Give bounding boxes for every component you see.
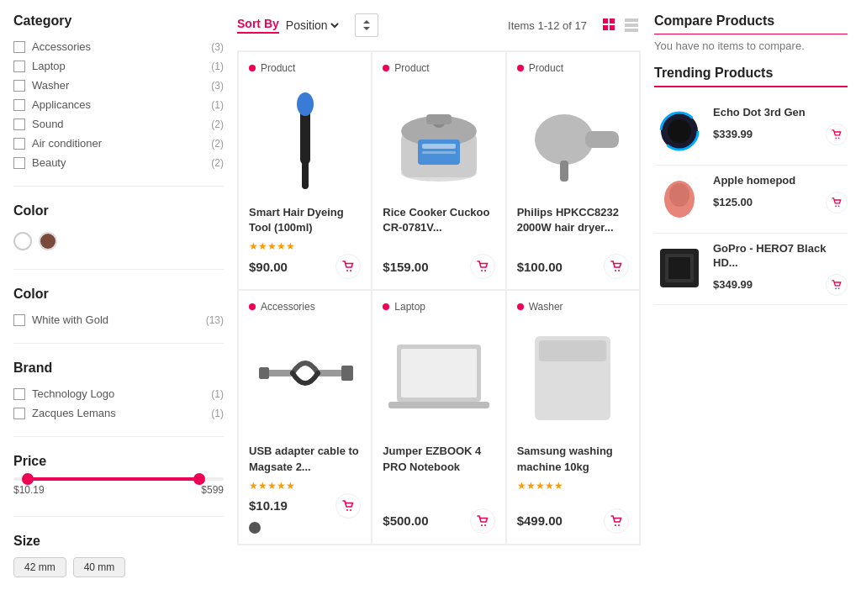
category-dot <box>383 303 389 310</box>
size-title: Size <box>13 534 224 549</box>
svg-rect-6 <box>625 29 638 32</box>
category-name: Laptop <box>394 301 425 313</box>
product-price-row: $159.00 <box>383 254 494 279</box>
brand-checkbox[interactable] <box>13 388 25 400</box>
brand-count: (1) <box>211 388 224 400</box>
product-color-swatch <box>249 522 261 534</box>
product-card: Product Philips HPKCC8232 2000W hair dry… <box>506 51 640 290</box>
price-title: Price <box>13 454 224 469</box>
color-checkbox[interactable] <box>13 314 25 326</box>
category-checkbox[interactable] <box>13 138 25 150</box>
category-checkbox[interactable] <box>13 61 25 72</box>
brand-item[interactable]: Technology Logo (1) <box>13 384 224 403</box>
svg-rect-17 <box>422 151 456 154</box>
category-item[interactable]: Air conditioner (2) <box>13 134 224 153</box>
product-card: Accessories USB adapter cable to Magsate… <box>238 290 372 544</box>
price-slider-track[interactable] <box>13 477 224 481</box>
price-max-label: $599 <box>201 484 224 496</box>
product-category: Product <box>383 62 494 74</box>
product-price: $10.19 <box>249 498 288 513</box>
color-swatches <box>13 227 224 255</box>
category-checkbox[interactable] <box>13 80 25 92</box>
category-item[interactable]: Applicances (1) <box>13 95 224 114</box>
category-name: Washer <box>529 301 563 313</box>
product-price-row: $500.00 <box>383 508 494 534</box>
category-dot <box>249 65 256 71</box>
product-category: Accessories <box>249 301 361 313</box>
svg-point-22 <box>535 114 594 165</box>
trending-item: Echo Dot 3rd Gen $339.99 <box>654 97 848 166</box>
svg-point-61 <box>838 287 840 289</box>
add-to-cart-button[interactable] <box>604 254 629 279</box>
category-title: Category <box>13 13 224 29</box>
svg-rect-23 <box>585 131 619 148</box>
category-count: (2) <box>211 118 224 130</box>
category-label: Accessories <box>32 40 91 53</box>
svg-point-34 <box>350 509 351 511</box>
trending-info: Echo Dot 3rd Gen $339.99 <box>713 106 848 156</box>
trending-price-row: $125.00 <box>713 192 848 213</box>
grid-view-icon[interactable] <box>600 16 619 34</box>
price-min-handle[interactable] <box>22 473 34 485</box>
brand-label: Zacques Lemans <box>32 407 116 419</box>
add-to-cart-button[interactable] <box>470 254 495 279</box>
product-category: Laptop <box>383 301 494 313</box>
svg-rect-41 <box>539 340 606 361</box>
list-view-icon[interactable] <box>622 16 641 34</box>
brand-count: (1) <box>211 408 224 419</box>
product-name: Samsung washing machine 10kg <box>517 444 629 474</box>
svg-point-55 <box>838 205 840 207</box>
add-to-cart-button[interactable] <box>335 254 361 279</box>
brown-swatch[interactable] <box>39 232 57 250</box>
svg-point-11 <box>350 270 351 271</box>
brand-list: Technology Logo (1) Zacques Lemans (1) <box>13 384 224 423</box>
brand-item[interactable]: Zacques Lemans (1) <box>13 403 224 423</box>
product-name: Jumper EZBOOK 4 PRO Notebook <box>383 444 494 474</box>
size-button[interactable]: 40 mm <box>73 557 126 577</box>
trending-image <box>654 174 705 224</box>
trending-add-to-cart[interactable] <box>826 192 848 213</box>
category-checkbox[interactable] <box>13 157 25 169</box>
size-buttons: 42 mm40 mm <box>13 557 224 577</box>
svg-point-49 <box>668 119 691 143</box>
trending-add-to-cart[interactable] <box>826 274 848 296</box>
category-item[interactable]: Beauty (2) <box>13 153 224 172</box>
product-price: $499.00 <box>517 513 563 528</box>
product-image <box>517 81 629 198</box>
product-stars: ★★★★★ <box>249 480 361 492</box>
category-name: Product <box>394 62 429 74</box>
category-count: (3) <box>211 80 224 92</box>
size-button[interactable]: 42 mm <box>13 557 66 577</box>
add-to-cart-button[interactable] <box>470 508 495 534</box>
product-stars: ★★★★★ <box>517 480 629 492</box>
svg-rect-37 <box>388 402 489 408</box>
brand-checkbox[interactable] <box>13 408 25 419</box>
category-item[interactable]: Washer (3) <box>13 76 224 95</box>
category-item[interactable]: Sound (2) <box>13 114 224 134</box>
trending-name: Apple homepod <box>713 174 848 188</box>
product-image <box>249 81 361 198</box>
category-item[interactable]: Laptop (1) <box>13 56 224 76</box>
svg-point-10 <box>346 270 348 271</box>
sort-label: Sort By <box>237 17 279 34</box>
add-to-cart-button[interactable] <box>604 508 629 534</box>
color-item[interactable]: White with Gold (13) <box>13 310 224 329</box>
product-card: Laptop Jumper EZBOOK 4 PRO Notebook $500… <box>372 290 505 544</box>
sort-select[interactable]: Position Price Name <box>283 18 341 33</box>
category-section: Category Accessories (3) Laptop (1) Wash… <box>13 13 224 187</box>
category-checkbox[interactable] <box>13 41 25 53</box>
add-to-cart-button[interactable] <box>335 493 361 519</box>
svg-rect-4 <box>625 18 638 22</box>
category-checkbox[interactable] <box>13 99 25 111</box>
category-item[interactable]: Accessories (3) <box>13 37 224 56</box>
category-name: Product <box>261 62 295 74</box>
category-checkbox[interactable] <box>13 118 25 130</box>
toolbar: Sort By Position Price Name Items 1-12 o… <box>237 13 641 37</box>
svg-rect-3 <box>610 25 615 30</box>
trending-price: $125.00 <box>713 196 753 208</box>
sort-direction-btn[interactable] <box>355 13 378 37</box>
white-swatch[interactable] <box>13 232 32 250</box>
price-max-handle[interactable] <box>193 473 205 485</box>
trending-add-to-cart[interactable] <box>826 124 848 145</box>
trending-image <box>654 242 705 292</box>
